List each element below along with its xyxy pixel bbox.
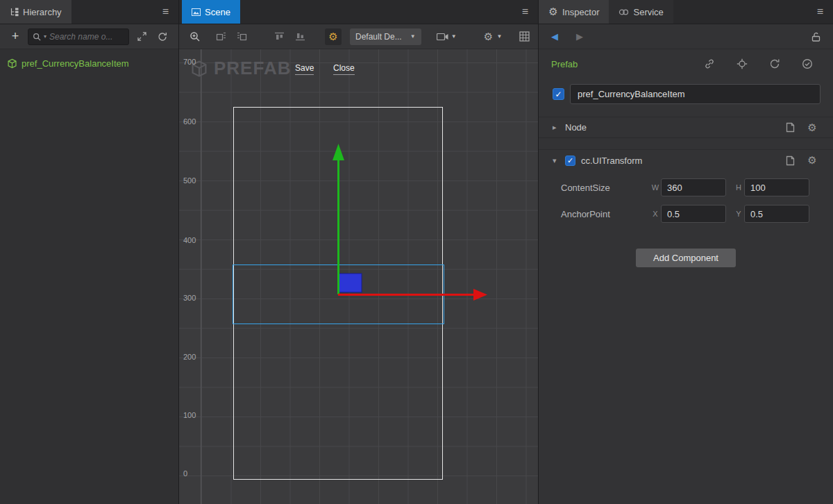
- width-tag: W: [650, 183, 661, 192]
- node-anchor-square: [339, 274, 362, 292]
- tab-hierarchy[interactable]: Hierarchy: [0, 0, 71, 24]
- unlock-icon[interactable]: [811, 32, 821, 42]
- camera-dropdown-caret-icon: ▼: [451, 33, 457, 40]
- scene-gear-icon: ⚙: [483, 28, 494, 45]
- scene-toolbar: ⚙ Default De... ▼ ▼ ⚙ ▼: [179, 24, 538, 49]
- uitransform-section-label: cc.UITransform: [581, 156, 642, 166]
- node-section-header[interactable]: ▸ Node ⚙: [539, 117, 833, 138]
- history-forward-icon[interactable]: ▶: [576, 31, 583, 42]
- anchor-point-row: AnchorPoint X Y: [539, 204, 833, 224]
- camera-icon: [437, 33, 448, 41]
- ruler-label: 500: [183, 176, 196, 185]
- anchor-y-input[interactable]: [744, 205, 809, 223]
- content-size-label: ContentSize: [561, 183, 650, 193]
- prefab-header-row: Prefab: [539, 49, 833, 78]
- hierarchy-panel: Hierarchy ≡ + ▾ pref_CurrencyBalanceItem: [0, 0, 179, 504]
- prefab-actions: [703, 58, 814, 70]
- scene-settings-dropdown[interactable]: ⚙ ▼: [478, 28, 508, 45]
- node-section-label: Node: [565, 122, 587, 133]
- tab-service-label: Service: [633, 7, 663, 17]
- reset-prefab-icon[interactable]: [768, 58, 781, 70]
- search-filter-caret-icon[interactable]: ▾: [44, 33, 47, 40]
- inspector-menu-icon[interactable]: ≡: [807, 6, 833, 18]
- node-gear-icon[interactable]: ⚙: [807, 121, 818, 134]
- scene-panel: Scene ≡ ⚙ Default De... ▼ ▼: [179, 0, 539, 504]
- tab-service[interactable]: Service: [609, 0, 673, 24]
- inspector-panel: ⚙ Inspector Service ≡ ◀ ▶ Prefab: [539, 0, 833, 504]
- inspector-tabbar: ⚙ Inspector Service ≡: [539, 0, 833, 24]
- node-collapse-icon[interactable]: ▸: [553, 123, 559, 132]
- uitransform-section-icons: ⚙: [784, 154, 818, 167]
- prefab-cube-icon: [7, 58, 17, 69]
- inspector-nav-row: ◀ ▶: [539, 24, 833, 49]
- refresh-hierarchy-icon[interactable]: [154, 28, 171, 45]
- paste-component-icon[interactable]: [784, 154, 796, 167]
- history-back-icon[interactable]: ◀: [551, 31, 558, 42]
- locate-prefab-icon[interactable]: [736, 58, 748, 70]
- scene-viewport[interactable]: PREFAB Save Close 700 600 500 400 300 20…: [179, 49, 538, 504]
- align-bottom-icon[interactable]: [292, 28, 308, 45]
- search-input[interactable]: [49, 32, 124, 42]
- grid-toggle-icon[interactable]: [516, 28, 532, 45]
- ruler-label: 600: [183, 117, 196, 126]
- content-height-input[interactable]: [744, 178, 809, 196]
- add-node-button[interactable]: +: [7, 28, 24, 45]
- align-top-icon[interactable]: [271, 28, 287, 45]
- scene-menu-icon[interactable]: ≡: [512, 6, 538, 18]
- scene-image-icon: [192, 8, 201, 17]
- confirm-prefab-icon[interactable]: [801, 58, 814, 70]
- tab-inspector[interactable]: ⚙ Inspector: [539, 0, 609, 24]
- uitransform-enabled-checkbox[interactable]: ✓: [565, 156, 575, 166]
- insert-after-icon[interactable]: [233, 28, 250, 45]
- ruler-label: 0: [183, 469, 187, 478]
- anchor-x-tag: X: [650, 210, 661, 218]
- node-section-icons: ⚙: [784, 121, 818, 134]
- search-box[interactable]: ▾: [28, 28, 129, 45]
- camera-dropdown[interactable]: ▼: [431, 28, 462, 45]
- node-name-input[interactable]: [570, 84, 821, 104]
- inspector-gear-icon: ⚙: [548, 6, 558, 18]
- add-component-button[interactable]: Add Component: [636, 249, 736, 267]
- anchor-y-tag: Y: [733, 210, 744, 218]
- hierarchy-tree: pref_CurrencyBalanceItem: [0, 49, 178, 71]
- paste-values-icon[interactable]: [784, 121, 796, 134]
- ruler-label: 300: [183, 294, 196, 302]
- anchor-point-label: AnchorPoint: [561, 209, 650, 219]
- settings-dropdown-caret-icon: ▼: [497, 33, 503, 40]
- insert-before-icon[interactable]: [212, 28, 229, 45]
- expand-all-icon[interactable]: [133, 28, 150, 45]
- device-dropdown[interactable]: Default De... ▼: [350, 28, 421, 45]
- scene-tabbar: Scene ≡: [179, 0, 538, 24]
- service-link-icon: [619, 8, 629, 16]
- hierarchy-menu-icon[interactable]: ≡: [153, 6, 178, 18]
- gizmo-settings-icon[interactable]: ⚙: [325, 28, 342, 45]
- hierarchy-toolbar: + ▾: [0, 24, 178, 49]
- hierarchy-tree-icon: [10, 8, 19, 17]
- ruler-label: 200: [183, 353, 196, 361]
- zoom-icon[interactable]: [186, 28, 203, 45]
- tab-inspector-label: Inspector: [562, 7, 599, 17]
- x-axis-arrow-icon: [473, 289, 487, 301]
- tree-item-prefab-root[interactable]: pref_CurrencyBalanceItem: [0, 56, 178, 71]
- node-name-row: ✓: [539, 78, 833, 107]
- ruler-label: 700: [183, 58, 196, 66]
- tab-scene[interactable]: Scene: [182, 0, 240, 24]
- node-active-checkbox[interactable]: ✓: [553, 88, 564, 100]
- content-size-row: ContentSize W H: [539, 178, 833, 197]
- search-icon: [33, 33, 41, 41]
- y-axis-arrow-icon: [333, 144, 344, 160]
- content-width-input[interactable]: [661, 178, 726, 196]
- hierarchy-tabbar: Hierarchy ≡: [0, 0, 178, 24]
- anchor-x-input[interactable]: [661, 205, 726, 223]
- uitransform-section-header[interactable]: ▾ ✓ cc.UITransform ⚙: [539, 149, 833, 171]
- uitransform-gear-icon[interactable]: ⚙: [807, 154, 818, 167]
- transform-gizmo[interactable]: [179, 49, 538, 504]
- tab-hierarchy-label: Hierarchy: [23, 7, 62, 17]
- ruler-label: 100: [183, 411, 196, 419]
- unlink-prefab-icon[interactable]: [703, 58, 716, 70]
- tree-item-label: pref_CurrencyBalanceItem: [22, 58, 129, 69]
- device-dropdown-caret-icon: ▼: [410, 33, 416, 40]
- height-tag: H: [733, 183, 744, 192]
- tab-scene-label: Scene: [205, 7, 230, 17]
- uitransform-collapse-icon[interactable]: ▾: [553, 156, 559, 165]
